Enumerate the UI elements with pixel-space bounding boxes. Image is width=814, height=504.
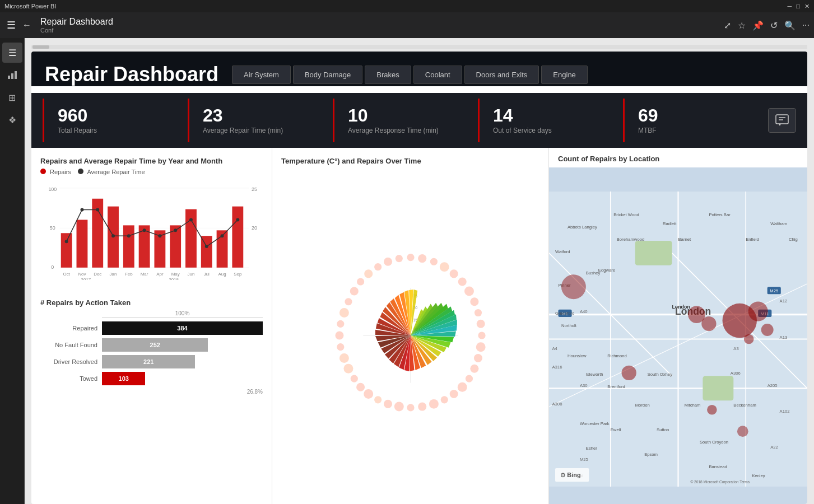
kpi-avg-repair-label: Average Repair Time (min) — [203, 127, 308, 134]
svg-text:Feb: Feb — [125, 272, 133, 277]
svg-point-72 — [476, 342, 485, 352]
dash-header-top: Repair Dashboard Air System Body Damage … — [45, 63, 794, 86]
svg-point-62 — [357, 278, 364, 285]
kpi-out-of-service-label: Out of Service days — [493, 127, 598, 134]
svg-point-78 — [470, 364, 478, 372]
chat-bubble-icon[interactable] — [768, 108, 796, 133]
svg-point-30 — [111, 234, 115, 237]
svg-point-83 — [429, 399, 438, 408]
svg-text:A30: A30 — [580, 383, 588, 388]
svg-text:2018: 2018 — [169, 277, 179, 280]
action-chart-title: # Repairs by Action Taken — [40, 298, 263, 307]
svg-point-71 — [478, 332, 485, 339]
svg-text:Enfield: Enfield — [746, 237, 759, 242]
svg-rect-0 — [8, 76, 10, 79]
svg-rect-1 — [11, 73, 13, 79]
action-bar-no-fault: 252 — [102, 338, 263, 352]
svg-text:Jun: Jun — [188, 272, 195, 277]
action-row-no-fault: No Fault Found 252 — [40, 338, 263, 352]
svg-text:Sep: Sep — [234, 272, 242, 277]
svg-rect-2 — [15, 71, 17, 79]
radial-chart-svg: 25 20 15 10 5 0 — [321, 246, 500, 425]
hamburger-icon[interactable]: ☰ — [4, 17, 18, 34]
scrollbar-horizontal-top[interactable] — [31, 45, 807, 49]
svg-text:Edgware: Edgware — [598, 268, 615, 273]
svg-text:Kenley: Kenley — [752, 473, 765, 478]
svg-text:Mitcham: Mitcham — [684, 403, 700, 408]
nav-title-group: Repair Dashboard Conf — [40, 17, 113, 34]
kpi-total-repairs-label: Total Repairs — [58, 127, 163, 134]
svg-text:A13: A13 — [780, 335, 788, 340]
svg-text:A306: A306 — [731, 371, 741, 376]
tab-coolant[interactable]: Coolant — [413, 66, 462, 84]
action-label-towed: Towed — [40, 375, 102, 382]
svg-rect-112 — [703, 376, 733, 400]
tab-engine[interactable]: Engine — [541, 66, 587, 84]
svg-point-53 — [407, 254, 414, 261]
svg-text:M25: M25 — [580, 457, 588, 462]
more-icon[interactable]: ··· — [802, 20, 810, 30]
charts-section: Repairs and Average Repair Time by Year … — [31, 148, 807, 504]
sidebar-item-menu[interactable]: ☰ — [2, 43, 22, 63]
kpi-total-repairs: 960 Total Repairs — [43, 99, 176, 142]
svg-text:Bricket Wood: Bricket Wood — [613, 212, 639, 217]
svg-rect-26 — [232, 207, 243, 268]
maximize-btn[interactable]: □ — [796, 3, 800, 10]
svg-point-33 — [158, 234, 161, 237]
svg-text:A316: A316 — [552, 365, 562, 370]
bar-chart-container: 100 50 0 25 20 — [40, 180, 263, 292]
svg-marker-6 — [779, 124, 781, 126]
refresh-icon[interactable]: ↺ — [770, 20, 778, 31]
svg-point-76 — [337, 343, 344, 351]
svg-point-85 — [407, 404, 414, 411]
action-label-driver: Driver Resolved — [40, 358, 102, 365]
svg-text:Jan: Jan — [110, 272, 117, 277]
svg-point-28 — [80, 208, 83, 212]
expand-icon[interactable]: ⤢ — [724, 20, 731, 31]
svg-point-82 — [440, 396, 448, 403]
close-btn[interactable]: ✕ — [804, 3, 810, 10]
search-icon[interactable]: 🔍 — [784, 20, 796, 31]
action-bar-driver-fill: 221 — [102, 355, 195, 368]
svg-point-168 — [761, 324, 774, 336]
svg-rect-19 — [123, 225, 134, 267]
svg-rect-24 — [201, 236, 212, 268]
svg-point-60 — [374, 263, 382, 270]
svg-text:50: 50 — [50, 225, 55, 231]
dash-header: Repair Dashboard Air System Body Damage … — [31, 52, 807, 86]
bar-chart-legend: Repairs Average Repair Time — [40, 169, 263, 175]
sidebar-item-components[interactable]: ❖ — [2, 110, 22, 130]
tab-brakes[interactable]: Brakes — [365, 66, 411, 84]
svg-text:25: 25 — [252, 186, 257, 192]
map-container: A40 A30 A316 A308 A3 A306 A205 A12 A13 A… — [549, 167, 807, 504]
dash-tabs: Air System Body Damage Brakes Coolant Do… — [232, 66, 794, 84]
back-icon[interactable]: ← — [22, 20, 31, 30]
action-bar-towed-fill: 103 — [102, 372, 145, 385]
radial-chart-container: 25 20 15 10 5 0 — [281, 169, 539, 502]
svg-text:A308: A308 — [552, 402, 562, 407]
svg-text:A205: A205 — [768, 383, 778, 388]
kpi-avg-repair-value: 23 — [203, 106, 308, 124]
minimize-btn[interactable]: ─ — [788, 3, 792, 10]
tab-doors-exits[interactable]: Doors and Exits — [464, 66, 539, 84]
svg-point-54 — [418, 254, 426, 263]
svg-point-59 — [384, 257, 392, 265]
svg-text:Northolt: Northolt — [561, 323, 577, 328]
svg-point-61 — [364, 269, 373, 278]
svg-point-172 — [622, 366, 636, 380]
kpi-mtbf-value: 69 — [638, 106, 743, 124]
svg-rect-3 — [776, 115, 788, 124]
tab-body-damage[interactable]: Body Damage — [293, 66, 362, 84]
tab-air-system[interactable]: Air System — [232, 66, 291, 84]
svg-point-87 — [384, 399, 392, 408]
svg-text:Barnet: Barnet — [678, 237, 691, 242]
bar-chart-title: Repairs and Average Repair Time by Year … — [40, 157, 263, 165]
svg-point-27 — [65, 240, 68, 243]
sidebar-item-grid[interactable]: ⊞ — [2, 87, 22, 108]
sidebar-item-charts[interactable] — [2, 65, 22, 85]
favorite-icon[interactable]: ☆ — [738, 20, 746, 31]
svg-text:Chig: Chig — [789, 237, 798, 242]
pin-icon[interactable]: 📌 — [752, 20, 764, 31]
kpi-avg-response-time: 10 Average Response Time (min) — [333, 99, 467, 142]
svg-text:Dec: Dec — [94, 272, 101, 277]
